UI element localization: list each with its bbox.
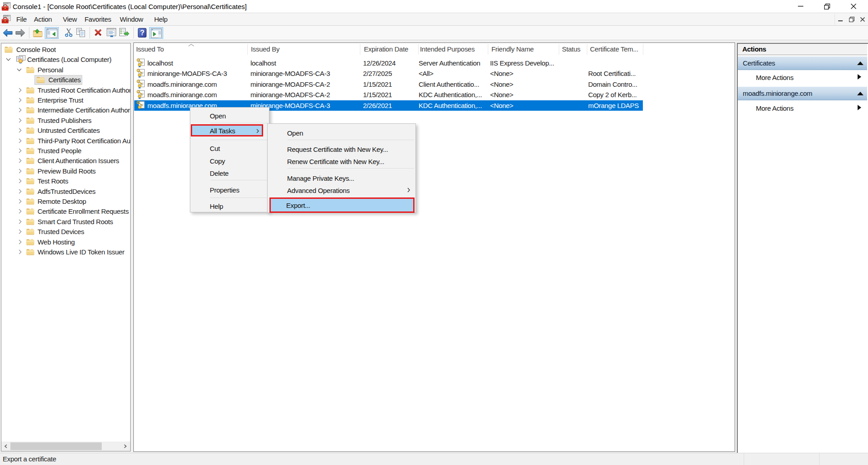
svg-text:?: ? xyxy=(140,29,144,37)
